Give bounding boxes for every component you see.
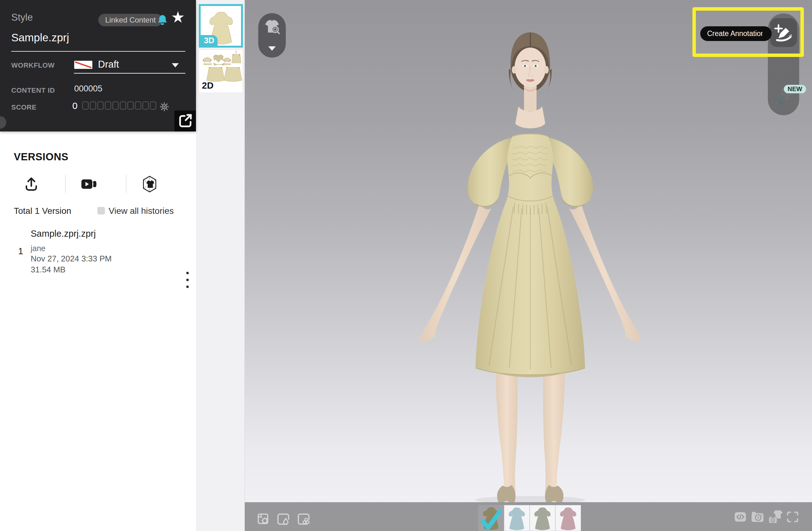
create-annotation-button[interactable]	[770, 18, 797, 47]
garment-3d-button[interactable]	[131, 174, 169, 194]
more-kebab-icon[interactable]	[184, 272, 192, 294]
video-capture-icon	[81, 178, 97, 190]
workflow-underline	[74, 73, 185, 74]
linked-content-badge: Linked Content	[98, 14, 162, 26]
score-slot	[112, 101, 119, 110]
open-external-icon	[178, 114, 192, 128]
video-capture-button[interactable]	[70, 174, 108, 194]
toolbar-divider	[126, 175, 127, 193]
score-slot	[82, 101, 89, 110]
viewer-bottom-bar	[245, 502, 812, 531]
score-slot	[90, 101, 96, 110]
render-settings-icon[interactable]	[258, 514, 269, 525]
badge-2d: 2D	[202, 81, 214, 91]
garment-3d-icon	[142, 176, 157, 192]
workflow-label: WORKFLOW	[11, 61, 55, 70]
colorway-thumb-4[interactable]	[555, 505, 581, 531]
content-id-value: 000005	[74, 84, 102, 94]
version-author: jane	[31, 244, 45, 253]
versions-heading: VERSIONS	[14, 151, 69, 163]
upload-icon	[25, 177, 38, 191]
avatar-model	[414, 27, 647, 505]
score-slot	[127, 101, 134, 110]
open-external-button[interactable]	[174, 111, 196, 131]
toolbar-divider	[65, 175, 66, 193]
versions-panel: VERSIONS	[0, 131, 196, 531]
panel-section-label: Style	[11, 12, 33, 23]
garment-search-pill[interactable]	[258, 13, 286, 58]
workflow-caret-icon[interactable]	[172, 63, 179, 67]
title-divider	[11, 51, 185, 52]
new-feature-badge: NEW	[784, 85, 806, 93]
view-all-checkbox[interactable]	[97, 207, 105, 214]
embed-code-icon[interactable]	[734, 512, 746, 522]
total-versions-label: Total 1 Version	[14, 206, 71, 216]
score-slot	[120, 101, 126, 110]
closet-style-viewer: NEW Create Annotation	[0, 0, 812, 531]
score-slot	[105, 101, 111, 110]
workflow-select-value[interactable]: Draft	[98, 59, 119, 70]
tooltip-arrow	[763, 30, 769, 38]
version-filesize: 31.54 MB	[31, 265, 66, 275]
score-slots	[82, 101, 156, 110]
colorway-thumb-1[interactable]	[478, 505, 504, 531]
score-slot	[142, 101, 149, 110]
preview-thumb-3d[interactable]: 3D	[199, 4, 243, 47]
colorway-strip	[478, 505, 581, 531]
checkmark-icon	[480, 510, 503, 531]
fullscreen-icon[interactable]	[787, 512, 798, 522]
version-number: 1	[18, 246, 23, 256]
preview-thumb-2d[interactable]: 2D	[199, 49, 243, 93]
score-settings-gear-icon[interactable]	[160, 102, 169, 112]
score-value: 0	[72, 101, 78, 111]
panel-collapse-handle[interactable]	[0, 116, 6, 129]
colorway-thumb-2[interactable]	[504, 505, 530, 531]
view-all-label[interactable]: View all histories	[108, 206, 174, 216]
style-file-title: Sample.zprj	[11, 31, 69, 44]
snapshot-camera-icon[interactable]	[751, 511, 764, 523]
score-slot	[97, 101, 104, 110]
garment-snapshot-icon[interactable]	[769, 510, 783, 523]
badge-3d: 3D	[201, 35, 218, 46]
garment-search-caret-icon[interactable]	[268, 46, 276, 51]
colorway-thumb-3[interactable]	[530, 505, 555, 531]
score-slot	[150, 101, 156, 110]
version-filename: Sample.zprj.zprj	[31, 229, 96, 239]
colorway-page-icon[interactable]	[298, 514, 309, 525]
garment-search-icon[interactable]	[264, 19, 280, 35]
score-slot	[135, 101, 141, 110]
versions-toolbar	[0, 174, 196, 194]
fabric-drop-icon[interactable]	[277, 514, 289, 525]
content-id-label: CONTENT ID	[11, 86, 55, 95]
style-info-panel: Style Linked Content ★ Sample.zprj WORKF…	[0, 0, 196, 131]
pattern-pieces-image	[199, 50, 243, 84]
upload-version-button[interactable]	[13, 174, 50, 194]
preview-rail: 3D	[196, 0, 245, 531]
create-annotation-icon	[774, 24, 793, 42]
notification-bell-icon[interactable]	[156, 14, 169, 27]
version-timestamp: Nov 27, 2024 3:33 PM	[31, 254, 112, 263]
create-annotation-tooltip: Create Annotation	[700, 26, 772, 41]
workflow-status-flag-icon	[74, 61, 92, 69]
score-label: SCORE	[11, 103, 37, 112]
favorite-star-icon[interactable]: ★	[171, 10, 185, 25]
